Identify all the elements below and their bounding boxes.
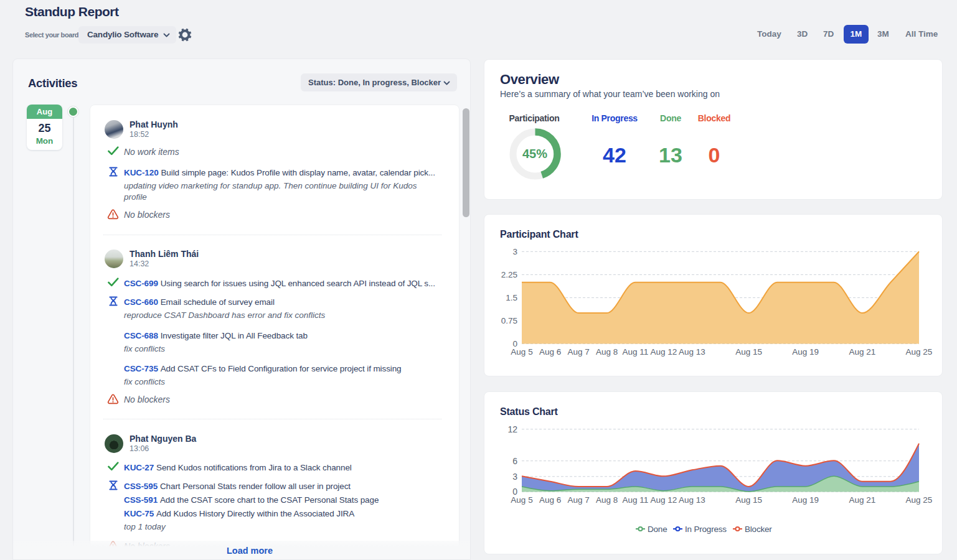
svg-text:Blocker: Blocker — [745, 525, 772, 534]
svg-text:Aug 25: Aug 25 — [906, 347, 933, 357]
svg-text:0.75: 0.75 — [501, 316, 517, 325]
svg-text:Aug 12: Aug 12 — [651, 347, 677, 357]
svg-text:6: 6 — [512, 456, 517, 466]
svg-text:Aug 12: Aug 12 — [651, 495, 677, 505]
svg-text:Aug 8: Aug 8 — [596, 495, 618, 505]
svg-text:Aug 11: Aug 11 — [622, 347, 648, 357]
svg-text:3: 3 — [512, 472, 517, 482]
svg-text:Aug 13: Aug 13 — [679, 495, 705, 505]
svg-text:Aug 5: Aug 5 — [511, 347, 532, 357]
svg-text:Aug 7: Aug 7 — [567, 347, 589, 357]
svg-text:Aug 21: Aug 21 — [849, 347, 876, 357]
svg-text:Aug 15: Aug 15 — [735, 495, 762, 505]
svg-text:1.5: 1.5 — [506, 293, 517, 302]
svg-text:12: 12 — [507, 424, 517, 434]
svg-text:3: 3 — [512, 247, 517, 256]
svg-text:Aug 19: Aug 19 — [792, 347, 819, 357]
svg-text:2.25: 2.25 — [501, 270, 517, 279]
svg-text:Aug 8: Aug 8 — [596, 347, 618, 357]
svg-text:Done: Done — [648, 525, 667, 534]
svg-text:Aug 6: Aug 6 — [539, 347, 561, 357]
svg-text:Aug 11: Aug 11 — [622, 495, 648, 505]
svg-text:Aug 19: Aug 19 — [792, 495, 819, 505]
svg-text:Aug 15: Aug 15 — [735, 347, 762, 357]
svg-text:Aug 5: Aug 5 — [511, 495, 532, 505]
svg-text:Aug 13: Aug 13 — [679, 347, 705, 357]
svg-text:Aug 21: Aug 21 — [849, 495, 876, 505]
svg-text:In Progress: In Progress — [685, 525, 727, 534]
svg-text:Aug 6: Aug 6 — [539, 495, 561, 505]
svg-text:Aug 25: Aug 25 — [906, 495, 933, 505]
svg-text:Aug 7: Aug 7 — [567, 495, 589, 505]
